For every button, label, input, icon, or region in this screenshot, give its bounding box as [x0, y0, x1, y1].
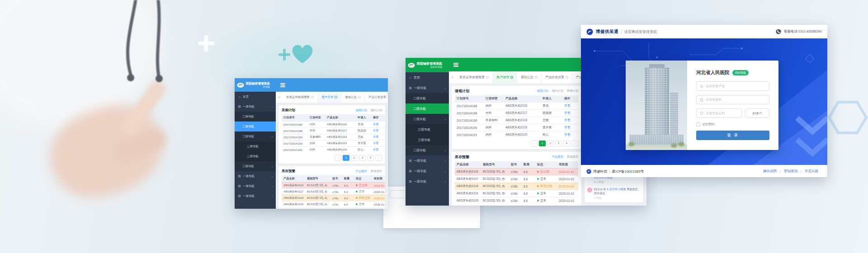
menu-icon: ⌂ [237, 95, 241, 98]
page-button[interactable]: 3 [555, 141, 562, 146]
col-header: 订货科室 [308, 114, 325, 122]
sidebar-item[interactable]: 三级导航 [235, 141, 276, 151]
col-header: 产品名称 [455, 161, 481, 169]
view-link[interactable]: 查看 [564, 126, 570, 129]
plan-type-link[interactable]: 高值计划 [567, 89, 578, 93]
card-title: 库存预警 [455, 155, 469, 159]
table-row: 20171001A188外科ABS床头柜0117陈甜甜查看 [282, 128, 385, 134]
feed-link[interactable]: 5 月日常小周迭 [607, 187, 626, 191]
sidebar-item[interactable]: 二级导航 [235, 122, 276, 131]
menu-icon: ▤ [408, 180, 412, 183]
view-link[interactable]: 查看 [564, 111, 570, 114]
page-button[interactable]: 1 [343, 155, 349, 161]
hospital-building-photo [626, 61, 687, 150]
tab[interactable]: 产品分类设置 [542, 71, 572, 83]
footer-logo-icon [586, 169, 591, 174]
menu-icon: ▤ [237, 194, 241, 198]
stock-type-link[interactable]: 产品库存 [356, 169, 367, 173]
col-header: 订货科室 [484, 95, 504, 103]
sidebar-item[interactable]: ▤一级导航∨ [406, 166, 449, 176]
tab[interactable]: 通知公告 [341, 92, 365, 103]
view-link[interactable]: 查看 [373, 122, 378, 126]
view-link[interactable]: 查看 [373, 135, 378, 138]
tab[interactable]: 资质证件效期预警 [456, 71, 493, 83]
sidebar-item[interactable]: ▤一级导航∨ [235, 171, 276, 181]
sidebar-item[interactable]: 三级导航 [406, 124, 449, 135]
view-link[interactable]: 查看 [373, 148, 378, 151]
captcha-field[interactable]: 请填写验证码 [696, 108, 742, 118]
supplier-badge: 供应商端 [732, 70, 749, 75]
tab-label: 资质证件效期预警 [286, 95, 310, 99]
sidebar-item[interactable]: 三级导航 [235, 151, 276, 161]
sidebar-item[interactable]: ⌂首页 [406, 72, 449, 83]
sidebar-item[interactable]: ▤一级导航∨ [406, 155, 449, 166]
plan-type-link[interactable]: 预约计划 [371, 108, 382, 112]
tab[interactable]: 用户管理 [318, 92, 341, 103]
tab-label: 产品分类设置 [545, 75, 564, 80]
menu-label: 三级导航 [418, 127, 430, 132]
sidebar-item[interactable]: 二级导航∧ [406, 114, 449, 124]
tab[interactable]: 资质证件效期预警 [283, 92, 318, 103]
view-link[interactable]: 查看 [564, 118, 570, 122]
view-link[interactable]: 查看 [373, 141, 378, 145]
footer-link[interactable]: 操作说明 [760, 169, 780, 173]
sidebar-item[interactable]: 二级导航∨ [235, 161, 276, 171]
collapse-tabs-icon[interactable]: « [276, 95, 283, 99]
view-link[interactable]: 查看 [373, 129, 378, 132]
collapse-tabs-icon[interactable]: « [449, 75, 456, 80]
menu-label: 二级导航 [242, 115, 254, 119]
tab[interactable]: 通知公告 [517, 71, 542, 83]
prev-page-button[interactable]: ‹ [335, 155, 341, 161]
col-header: 操作 [371, 114, 385, 122]
next-page-button[interactable]: › [571, 141, 578, 146]
sidebar-item[interactable]: 二级导航∨ [406, 145, 449, 155]
password-field[interactable]: 请填写密码 [696, 95, 769, 104]
sidebar-item[interactable]: ⌂首页 [235, 92, 276, 102]
sidebar-item[interactable]: ▤一级导航∧ [235, 102, 276, 112]
page-button[interactable]: 1 [539, 141, 546, 146]
sidebar-item[interactable]: ▤一级导航∨ [235, 191, 276, 201]
remember-password-checkbox[interactable]: 记住密码 [696, 122, 769, 126]
tab[interactable]: 用户管理 [493, 71, 517, 83]
sidebar-item[interactable]: ▤一级导航∨ [406, 176, 449, 187]
next-page-button[interactable]: › [375, 155, 382, 161]
tab-dot-icon [510, 76, 513, 79]
sidebar-item[interactable]: 二级导航 [406, 103, 449, 114]
page-button[interactable]: 3 [359, 155, 366, 161]
tab[interactable]: 产品分类设置 [365, 92, 388, 103]
login-button[interactable]: 登 录 [696, 131, 769, 140]
sidebar-item[interactable]: 二级导航 [406, 93, 449, 103]
page-button[interactable]: 4 [367, 155, 374, 161]
username-field[interactable]: 请填写用户名 [696, 81, 769, 91]
page-button[interactable]: 2 [547, 141, 554, 146]
footer-link[interactable]: 常见问题 [801, 169, 822, 173]
stock-type-link[interactable]: 产品库存 [552, 155, 563, 159]
stock-type-link[interactable]: 高值库存 [567, 155, 578, 159]
view-link[interactable]: 查看 [564, 133, 570, 136]
sidebar-item[interactable]: 二级导航 [235, 112, 276, 122]
view-link[interactable]: 查看 [564, 104, 570, 107]
hamburger-icon[interactable] [453, 63, 458, 64]
sidebar-item[interactable]: ▤一级导航∨ [235, 181, 276, 191]
sidebar-item[interactable]: ▤一级导航∧ [406, 83, 449, 93]
hamburger-icon[interactable] [280, 83, 285, 84]
plan-type-link[interactable]: 预约计划 [552, 89, 563, 93]
sidebar-item[interactable]: 二级导航∧ [235, 131, 276, 141]
tab-label: 资质证件效期预警 [459, 75, 485, 80]
divider [621, 29, 622, 34]
footer-link[interactable]: 密钥驱动 [780, 169, 801, 173]
plan-type-link[interactable]: 领用计划 [537, 89, 548, 93]
captcha-question[interactable]: 6+8=? [745, 108, 769, 118]
app-logo: 医院物资管理系统管理端 [235, 78, 276, 92]
prev-page-button[interactable]: ‹ [531, 141, 538, 146]
page-button[interactable]: 4 [563, 141, 570, 146]
menu-label: 一级导航 [243, 184, 255, 188]
stock-type-link[interactable]: 高值库存 [371, 169, 382, 173]
plan-type-link[interactable]: 领用计划 [356, 108, 367, 112]
sidebar-item[interactable]: 三级导航 [406, 135, 449, 145]
caret-icon: ∨ [444, 180, 446, 183]
col-header: 计划单号 [455, 95, 484, 103]
caret-icon: ∨ [271, 175, 273, 178]
page-button[interactable]: 2 [351, 155, 358, 161]
cross-icon [198, 35, 214, 52]
